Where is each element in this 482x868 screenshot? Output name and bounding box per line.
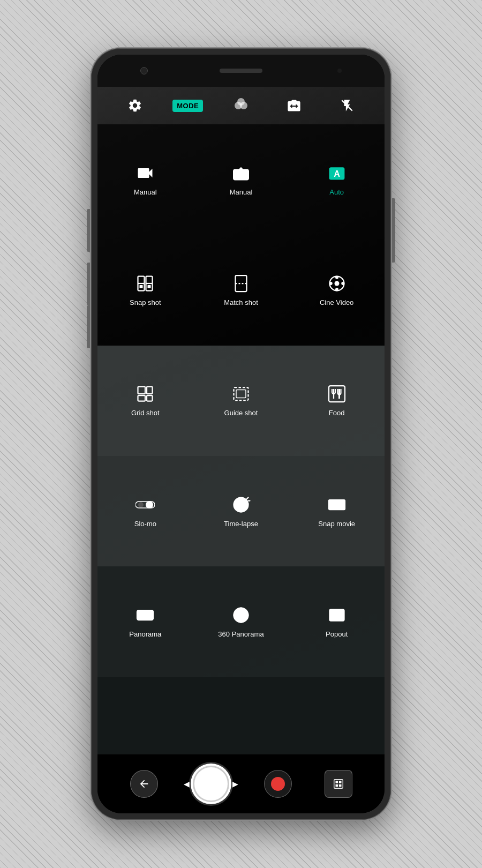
modes-container: Manual Manual A — [97, 124, 385, 754]
auto-icon: A — [327, 163, 347, 183]
mode-cine-video[interactable]: Cine Video — [289, 268, 385, 312]
match-shot-icon — [231, 274, 251, 293]
svg-rect-8 — [140, 285, 143, 288]
svg-rect-20 — [138, 387, 146, 394]
svg-point-32 — [138, 502, 144, 507]
svg-point-15 — [334, 281, 339, 286]
svg-rect-40 — [137, 610, 153, 620]
effects-icon[interactable] — [230, 95, 252, 116]
svg-rect-12 — [236, 275, 247, 291]
mode-button[interactable]: MODE — [177, 95, 199, 116]
modes-row-2: Snap shot Match shot — [97, 235, 385, 345]
svg-rect-46 — [334, 780, 343, 789]
svg-rect-50 — [338, 784, 341, 787]
food-icon — [327, 384, 347, 403]
modes-row-4: Slo-mo Tim — [97, 456, 385, 566]
svg-rect-47 — [335, 781, 338, 784]
mode-time-lapse[interactable]: Time-lapse — [193, 490, 289, 533]
bottom-controls: ◀ ▶ — [97, 754, 385, 813]
svg-rect-49 — [335, 784, 338, 787]
flash-icon[interactable] — [336, 95, 358, 116]
shutter-button[interactable]: ◀ ▶ — [191, 764, 231, 804]
record-button[interactable] — [264, 770, 292, 798]
svg-rect-26 — [329, 386, 345, 402]
mode-snap-shot[interactable]: Snap shot — [97, 268, 193, 312]
svg-rect-48 — [338, 781, 341, 784]
speaker — [220, 69, 262, 73]
grid-shot-icon — [135, 384, 155, 403]
front-camera — [140, 67, 148, 74]
mode-snap-movie[interactable]: Snap movie — [289, 490, 385, 533]
mode-manual-video[interactable]: Manual — [97, 158, 193, 201]
svg-rect-38 — [342, 506, 345, 510]
svg-rect-36 — [329, 506, 332, 510]
360-panorama-label: 360 Panorama — [218, 630, 263, 638]
shutter-inner — [193, 766, 229, 802]
match-shot-label: Match shot — [224, 298, 258, 306]
sensor — [337, 69, 342, 73]
popout-icon — [327, 605, 347, 625]
mode-slo-mo[interactable]: Slo-mo — [97, 490, 193, 533]
svg-point-16 — [335, 276, 338, 279]
settings-icon[interactable] — [124, 95, 146, 116]
snap-shot-label: Snap shot — [130, 298, 161, 306]
mode-360-panorama[interactable]: 360 Panorama — [193, 600, 289, 643]
svg-point-43 — [234, 612, 248, 618]
modes-row-3: Grid shot Guide shot — [97, 346, 385, 456]
shutter-arrow-right: ▶ — [232, 780, 238, 788]
record-dot — [271, 777, 285, 791]
auto-label: Auto — [329, 188, 344, 196]
snap-movie-icon — [327, 495, 347, 514]
mode-guide-shot[interactable]: Guide shot — [193, 379, 289, 422]
shutter-arrow-left: ◀ — [184, 780, 190, 788]
grid-shot-label: Grid shot — [131, 409, 160, 417]
manual-photo-label: Manual — [230, 188, 253, 196]
svg-rect-35 — [329, 500, 332, 503]
modes-row-5: Panorama 360 Panorama — [97, 566, 385, 677]
mode-popout[interactable]: Popout — [289, 600, 385, 643]
svg-point-18 — [329, 282, 332, 285]
svg-point-17 — [335, 288, 338, 291]
svg-point-19 — [341, 282, 344, 285]
panorama-label: Panorama — [129, 630, 161, 638]
svg-point-2 — [237, 98, 245, 106]
top-toolbar: MODE — [97, 87, 385, 124]
manual-video-label: Manual — [134, 188, 157, 196]
mode-auto[interactable]: A Auto — [289, 158, 385, 201]
food-label: Food — [329, 409, 345, 417]
svg-rect-25 — [236, 390, 246, 398]
guide-shot-label: Guide shot — [224, 409, 258, 417]
360-panorama-icon — [231, 605, 251, 625]
cine-video-icon — [327, 274, 347, 293]
mode-badge: MODE — [172, 100, 203, 112]
snap-movie-label: Snap movie — [318, 520, 355, 528]
mode-panorama[interactable]: Panorama — [97, 600, 193, 643]
svg-rect-22 — [138, 395, 146, 401]
gallery-button[interactable] — [325, 770, 352, 798]
svg-text:A: A — [334, 169, 340, 178]
manual-video-icon — [135, 163, 155, 183]
svg-rect-45 — [332, 612, 342, 618]
phone-device: MODE — [91, 48, 391, 820]
svg-rect-37 — [342, 500, 345, 503]
svg-rect-23 — [147, 395, 153, 401]
phone-screen: MODE — [97, 55, 385, 813]
slo-mo-icon — [135, 495, 155, 514]
manual-photo-icon — [231, 163, 251, 183]
mode-manual-photo[interactable]: Manual — [193, 158, 289, 201]
guide-shot-icon — [231, 384, 251, 403]
panorama-icon — [135, 605, 155, 625]
modes-row-1: Manual Manual A — [97, 124, 385, 235]
mode-grid-shot[interactable]: Grid shot — [97, 379, 193, 422]
bottom-spacer — [97, 677, 385, 754]
time-lapse-icon — [231, 495, 251, 514]
flip-camera-icon[interactable] — [283, 95, 305, 116]
svg-point-31 — [146, 501, 153, 508]
svg-rect-21 — [147, 387, 153, 394]
mode-match-shot[interactable]: Match shot — [193, 268, 289, 312]
camera-view: MODE — [97, 87, 385, 754]
svg-rect-11 — [148, 285, 151, 288]
mode-food[interactable]: Food — [289, 379, 385, 422]
back-button[interactable] — [130, 770, 158, 798]
time-lapse-label: Time-lapse — [224, 520, 258, 528]
